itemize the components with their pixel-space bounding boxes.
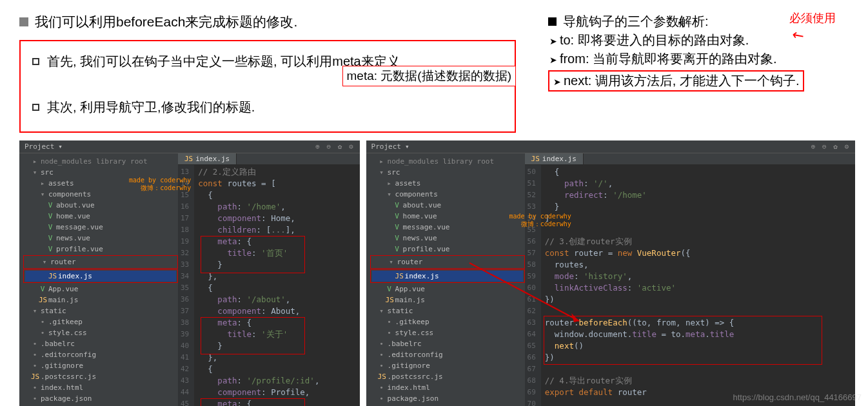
tree-item[interactable]: Vmessage.vue [370, 222, 525, 233]
tree-item[interactable]: •.editorconfig [23, 349, 178, 360]
cursor-icon: ↖ [677, 18, 686, 30]
definition-redbox: 首先, 我们可以在钩子当中定义一些标题, 可以利用meta来定义 meta: 元… [19, 40, 516, 133]
watermark-right: made by coderwhy微博：coderwhy [509, 213, 571, 228]
meta-annotation: meta: 元数据(描述数据的数据) [342, 66, 516, 86]
tree-item[interactable]: Vmessage.vue [23, 222, 178, 233]
tree-item[interactable]: •package.json [370, 393, 525, 404]
tree-item[interactable]: •index.html [370, 382, 525, 393]
tree-item[interactable]: JSindex.js [25, 271, 176, 282]
tree-item[interactable]: •style.css [23, 327, 178, 338]
tree-item[interactable]: ▸assets [370, 178, 525, 189]
tree-item[interactable]: Vabout.vue [370, 200, 525, 211]
tree-item[interactable]: ▾src [370, 167, 525, 178]
tree-item[interactable]: •.gitkeep [23, 316, 178, 327]
toolbar-icons[interactable]: ⊕ ⊖ ✿ ⚙ [315, 142, 354, 151]
tree-item[interactable]: Vhome.vue [23, 211, 178, 222]
param-next-redbox: next: 调用该方法后, 才能进入下一个钩子. [548, 70, 804, 92]
tree-item[interactable]: JS.postcssrc.js [23, 371, 178, 382]
tree-item[interactable]: ▸node_modules library root [370, 156, 525, 167]
tree-item[interactable]: •.babelrc [23, 338, 178, 349]
tree-item[interactable]: •.gitignore [370, 360, 525, 371]
tree-item[interactable]: VApp.vue [23, 284, 178, 295]
tree-item[interactable]: •.editorconfig [370, 349, 525, 360]
toolbar-icons[interactable]: ⊕ ⊖ ✿ ⚙ [811, 142, 850, 151]
tree-item[interactable]: ▾components [370, 189, 525, 200]
tree-item[interactable]: Vprofile.vue [370, 244, 525, 255]
tab-bar-right: JSindex.js [525, 153, 855, 165]
must-use-note: 必须使用 [789, 10, 836, 26]
tree-item[interactable]: JS.postcssrc.js [370, 371, 525, 382]
tree-item[interactable]: •.gitignore [23, 360, 178, 371]
watermark-left: made by coderwhy微博：coderwhy [129, 177, 191, 192]
project-label[interactable]: Project [371, 142, 401, 151]
ide-right-toolbar: Project ▾ ⊕ ⊖ ✿ ⚙ [366, 140, 855, 153]
tree-item[interactable]: Vnews.vue [370, 233, 525, 244]
tree-item[interactable]: JSmain.js [23, 295, 178, 305]
editor-tab[interactable]: JSindex.js [525, 153, 584, 164]
tree-item[interactable]: ▾router [25, 256, 176, 267]
red-arrow-icon [469, 263, 598, 342]
editor-tab[interactable]: JSindex.js [178, 153, 237, 164]
bullet-second: 其次, 利用导航守卫,修改我们的标题. [32, 99, 503, 116]
param-to: to: 即将要进入的目标的路由对象. [549, 32, 855, 49]
tree-item[interactable]: Vabout.vue [23, 200, 178, 211]
main-heading: 我们可以利用beforeEach来完成标题的修改. [19, 13, 522, 31]
param-from: from: 当前导航即将要离开的路由对象. [549, 50, 855, 68]
gutter-left: 1314151617181932333435363738394041424344… [178, 165, 194, 406]
svg-line-0 [469, 263, 579, 321]
tree-item[interactable]: Vhome.vue [370, 211, 525, 222]
tree-item[interactable]: Vprofile.vue [23, 244, 178, 255]
csdn-watermark: https://blog.csdn.net/qq_44166697 [733, 392, 862, 402]
ide-left: Project ▾ ⊕ ⊖ ✿ ⚙ ▸node_modules library … [19, 140, 360, 406]
tree-item[interactable]: •package.json [23, 393, 178, 404]
tree-item[interactable]: •index.html [23, 382, 178, 393]
project-label[interactable]: Project [25, 142, 54, 151]
tree-item[interactable]: ▾static [23, 305, 178, 316]
tab-bar-left: JSindex.js [178, 153, 360, 165]
tree-item[interactable]: Vnews.vue [23, 233, 178, 244]
ide-right: Project ▾ ⊕ ⊖ ✿ ⚙ ▸node_modules library … [366, 140, 855, 406]
ide-left-toolbar: Project ▾ ⊕ ⊖ ✿ ⚙ [19, 140, 360, 153]
tree-item[interactable]: ▸node_modules library root [23, 156, 178, 167]
code-left[interactable]: // 2.定义路由 const routes = [ { path: '/hom… [194, 165, 323, 406]
